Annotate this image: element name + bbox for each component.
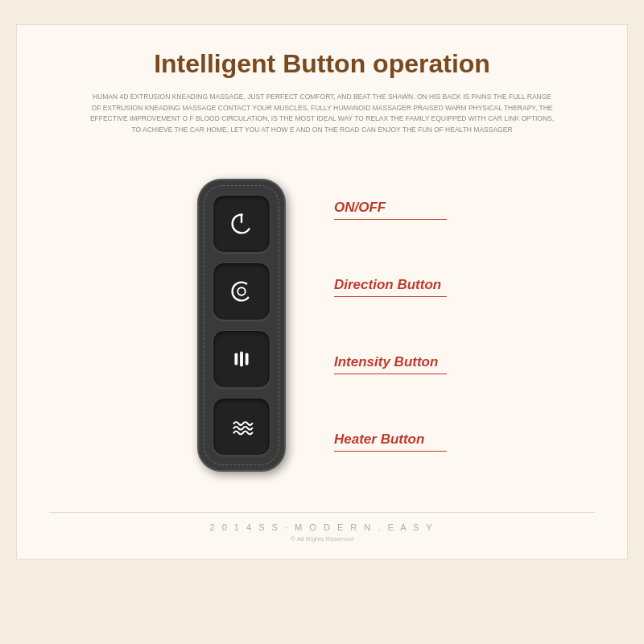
label-underline-heater (334, 451, 447, 452)
label-container-intensity: Intensity Button (334, 354, 447, 375)
page-title: Intelligent Button operation (49, 49, 595, 79)
svg-rect-4 (234, 353, 237, 365)
label-text-direction: Direction Button (334, 277, 441, 293)
label-row-power: ON/OFF (334, 171, 447, 248)
direction-button[interactable] (213, 262, 270, 320)
heater-button[interactable] (213, 398, 270, 456)
direction-icon (226, 276, 257, 307)
svg-rect-5 (240, 352, 243, 367)
label-text-heater: Heater Button (334, 431, 424, 448)
footer-text: 2 0 1 4 S S · M O D E R N . E A S Y (49, 512, 595, 532)
description-text: HUMAN 4D EXTRUSION KNEADING MASSAGE, JUS… (89, 92, 555, 135)
label-underline-intensity (334, 374, 447, 375)
labels-area: ON/OFF Direction Button Intensity Button (334, 171, 447, 480)
heater-icon (226, 411, 257, 442)
power-button[interactable] (213, 195, 270, 253)
label-text-power: ON/OFF (334, 200, 386, 216)
svg-point-3 (237, 288, 246, 296)
power-icon (226, 208, 257, 239)
label-underline-power (334, 219, 447, 221)
svg-point-2 (233, 283, 251, 301)
intensity-button[interactable] (213, 330, 270, 388)
label-container-heater: Heater Button (334, 431, 447, 452)
svg-rect-6 (246, 353, 249, 365)
content-area: ON/OFF Direction Button Intensity Button (49, 155, 595, 504)
label-row-direction: Direction Button (334, 248, 447, 325)
label-text-intensity: Intensity Button (334, 354, 438, 370)
footer-sub: © All Rights Reserved (49, 535, 595, 543)
label-container-power: ON/OFF (334, 200, 447, 221)
label-row-heater: Heater Button (334, 402, 447, 480)
label-container-direction: Direction Button (334, 277, 447, 298)
label-row-intensity: Intensity Button (334, 325, 447, 402)
remote-device (197, 179, 286, 472)
page-wrapper: Intelligent Button operation HUMAN 4D EX… (16, 24, 628, 559)
intensity-icon (226, 344, 257, 374)
label-underline-direction (334, 296, 447, 298)
